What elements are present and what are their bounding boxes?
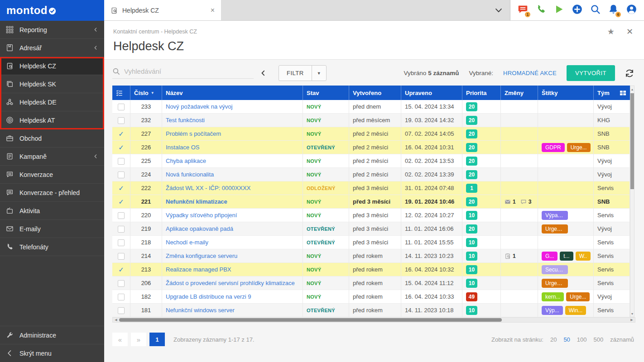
ticket-link[interactable]: Nová funkcionalita [166,171,214,178]
app-logo[interactable]: montod [0,0,104,21]
table-row[interactable]: 220Výpadky síťového připojeníNOVÝpřed 3 … [112,209,630,222]
scroll-right-arrow-icon[interactable]: ▶ [629,318,635,322]
scroll-left-arrow-icon[interactable]: ◀ [113,318,119,322]
ticket-link[interactable]: Test funkčnosti [166,117,205,124]
bell-icon[interactable]: 6 [608,4,619,16]
sidebar-item-helpdesk-sk[interactable]: Helpdesk SK [0,75,104,93]
ticket-link[interactable]: Problém s počítačem [166,130,221,137]
column-header-tags[interactable]: Štítky [538,86,594,100]
table-row[interactable]: ✓227Problém s počítačemNOVÝpřed 2 měsíci… [112,127,630,141]
sidebar-item-e-maily[interactable]: E-maily [0,220,104,238]
bulk-actions-link[interactable]: HROMADNÉ AKCE [503,70,557,76]
sidebar-item-kampane[interactable]: Kampaně [0,148,104,166]
play-icon[interactable] [554,4,564,16]
page-size-option-20[interactable]: 20 [550,336,557,343]
ticket-link[interactable]: Žádost o provedení servisní prohlídky kl… [166,280,295,286]
sidebar-item-helpdesk-at[interactable]: Helpdesk AT [0,111,104,129]
row-checkbox[interactable] [118,117,125,124]
pagination-next-button[interactable]: » [131,333,146,346]
close-page-icon[interactable]: ✕ [626,27,633,37]
collapse-search-chevron-icon[interactable] [260,70,267,76]
sidebar-item-skryt-menu[interactable]: Skrýt menu [0,344,104,362]
table-row[interactable]: 214Změna konfigurace serveruNOVÝpřed rok… [112,249,630,263]
table-row[interactable]: 233Nový požadavek na vývojNOVÝpřed dnem1… [112,100,630,114]
pagination-first-button[interactable]: « [112,333,128,346]
column-header-sel[interactable] [112,86,130,100]
row-checkbox[interactable] [118,253,125,260]
ticket-link[interactable]: Nový požadavek na vývoj [166,103,232,110]
table-row[interactable]: ✓222Žádost WL XX - IČP: 0000XXXXODLOŽENÝ… [112,181,630,195]
tab-close-icon[interactable]: × [211,6,215,14]
table-row[interactable]: ✓226Instalace OSOTEVŘENÝpřed 2 měsíci16.… [112,141,630,154]
page-size-option-500[interactable]: 500 [594,336,604,343]
ticket-link[interactable]: Instalace OS [166,144,199,151]
ticket-link[interactable]: Nefunkční klimatizace [166,198,227,205]
table-row[interactable]: 224Nová funkcionalitaNOVÝpřed 2 měsíci02… [112,168,630,181]
chevron-down-icon[interactable] [495,6,503,14]
create-button[interactable]: VYTVOŘIT [567,65,615,81]
pagination-current-page[interactable]: 1 [149,333,165,346]
row-checked-icon[interactable]: ✓ [118,130,124,138]
column-header-team[interactable]: Tým [594,86,630,100]
filter-dropdown-caret-icon[interactable]: ▼ [312,66,326,81]
table-row[interactable]: ✓213Realizace managed PBXNOVÝpřed rokem1… [112,263,630,276]
column-header-status[interactable]: Stav [303,86,349,100]
sidebar-item-helpdesk-cz[interactable]: Helpdesk CZ [0,57,104,75]
column-header-name[interactable]: Název [162,86,303,100]
sidebar-item-reporting[interactable]: Reporting [0,21,104,39]
horizontal-scrollbar[interactable]: ◀ ▶ [112,317,635,323]
sidebar-item-helpdesk-de[interactable]: Helpdesk DE [0,93,104,111]
table-row[interactable]: 206Žádost o provedení servisní prohlídky… [112,276,630,290]
scroll-down-arrow-icon[interactable]: ▼ [631,310,634,317]
filter-button[interactable]: FILTR ▼ [279,65,327,81]
page-size-option-50[interactable]: 50 [563,336,570,343]
row-checkbox[interactable] [118,294,125,300]
sidebar-item-konverzace[interactable]: Konverzace [0,166,104,184]
table-row[interactable]: 219Aplikace opakovaně padáOTEVŘENÝpřed 3… [112,222,630,236]
phone-icon[interactable] [536,4,546,16]
sidebar-item-konverzace-prehled[interactable]: Konverzace - přehled [0,184,104,202]
sidebar-item-telefonaty[interactable]: Telefonáty [0,238,104,256]
horizontal-scrollbar-thumb[interactable] [119,318,502,322]
row-checkbox[interactable] [118,307,125,314]
search-input[interactable] [124,67,254,75]
table-row[interactable]: ✓221Nefunkční klimatizaceNOVÝpřed 3 měsí… [112,195,630,209]
page-size-option-100[interactable]: 100 [577,336,587,343]
column-header-number[interactable]: Číslo▼ [130,86,162,100]
tab-helpdesk-cz[interactable]: Helpdesk CZ × [104,0,221,20]
table-row[interactable]: 182Upgrade LB distribuce na verzi 9NOVÝp… [112,290,630,304]
column-header-updated[interactable]: Upraveno [401,86,462,100]
sidebar-item-administrace[interactable]: Administrace [0,326,104,344]
row-checked-icon[interactable]: ✓ [118,198,124,205]
ticket-link[interactable]: Žádost WL XX - IČP: 0000XXXX [166,185,250,191]
row-checkbox[interactable] [118,226,125,233]
row-checkbox[interactable] [118,280,125,287]
vertical-scrollbar-thumb[interactable] [630,93,634,189]
row-checkbox[interactable] [118,239,125,246]
table-row[interactable]: 225Chyba aplikaceNOVÝpřed 2 měsíci02. 02… [112,154,630,168]
row-checkbox[interactable] [118,212,125,219]
ticket-link[interactable]: Aplikace opakovaně padá [166,225,233,232]
refresh-icon[interactable] [625,69,634,78]
plus-icon[interactable] [572,4,582,16]
ticket-link[interactable]: Nechodí e-maily [166,239,208,246]
table-row[interactable]: 181Nefunkční windows serverOTEVŘENÝpřed … [112,304,630,317]
column-header-priority[interactable]: Priorita [462,86,501,100]
row-checkbox[interactable] [118,171,125,178]
ticket-link[interactable]: Nefunkční windows server [166,307,235,314]
sidebar-item-obchod[interactable]: Obchod [0,129,104,148]
row-checkbox[interactable] [118,158,125,165]
row-checked-icon[interactable]: ✓ [118,184,124,192]
search-icon[interactable] [590,4,601,16]
table-row[interactable]: 232Test funkčnostiNOVÝpřed měsícem19. 03… [112,114,630,127]
favorite-star-icon[interactable]: ★ [607,27,615,37]
column-header-changes[interactable]: Změny [501,86,538,100]
sidebar-item-adresar[interactable]: Adresář [0,39,104,57]
avatar-icon[interactable] [626,4,637,16]
scroll-up-arrow-icon[interactable]: ▲ [631,86,634,92]
ticket-link[interactable]: Realizace managed PBX [166,266,231,273]
table-row[interactable]: 218Nechodí e-mailyOTEVŘENÝpřed 3 měsíci1… [112,236,630,249]
ticket-link[interactable]: Chyba aplikace [166,157,206,164]
ticket-link[interactable]: Výpadky síťového připojení [166,212,237,219]
row-checked-icon[interactable]: ✓ [118,266,124,273]
